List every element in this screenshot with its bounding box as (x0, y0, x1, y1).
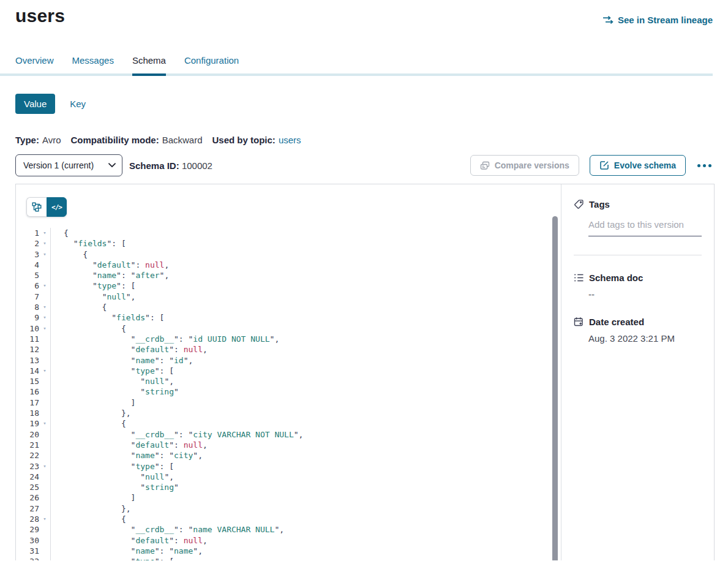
line-number: 31 (16, 546, 39, 556)
schema-meta-row: Type:Avro Compatibility mode:Backward Us… (15, 135, 728, 145)
line-number: 21 (16, 440, 39, 450)
tree-view-icon (32, 202, 42, 212)
code-text: { (51, 249, 88, 260)
date-created-heading: Date created (589, 317, 644, 327)
code-line: 29 "__crdb__": "name VARCHAR NULL", (16, 524, 561, 535)
code-text: "type": [ (51, 366, 174, 376)
fold-toggle-icon[interactable]: ▾ (39, 556, 51, 560)
page-header: users See in Stream lineage (0, 5, 728, 27)
fold-toggle-icon[interactable]: ▾ (39, 228, 51, 238)
list-icon (574, 273, 584, 282)
compare-versions-button: Compare versions (470, 155, 579, 176)
code-text: ] (51, 492, 135, 503)
date-created-section: Date created Aug. 3 2022 3:21 PM (574, 317, 702, 344)
line-number: 8 (16, 302, 39, 312)
code-line: 8▾ { (16, 302, 561, 312)
fold-toggle-icon[interactable]: ▾ (39, 461, 51, 472)
line-number: 4 (16, 260, 39, 270)
line-number: 16 (16, 386, 39, 397)
line-number: 27 (16, 503, 39, 514)
key-button[interactable]: Key (70, 99, 86, 109)
fold-toggle-icon[interactable]: ▾ (39, 238, 51, 249)
schema-id: Schema ID: 100002 (129, 160, 212, 171)
version-select-wrap: Version 1 (current) (15, 154, 122, 176)
code-line: 5 "name": "after", (16, 270, 561, 280)
fold-toggle-icon[interactable]: ▾ (39, 312, 51, 323)
fold-gutter (39, 260, 51, 270)
version-select[interactable]: Version 1 (current) (15, 154, 122, 176)
date-created-value: Aug. 3 2022 3:21 PM (588, 333, 702, 344)
see-in-stream-lineage-link[interactable]: See in Stream lineage (602, 15, 713, 25)
tag-icon (574, 199, 584, 209)
code-line: 1▾{ (16, 228, 561, 238)
code-view-button[interactable]: </> (47, 197, 67, 217)
line-number: 10 (16, 323, 39, 334)
code-line: 27 }, (16, 503, 561, 514)
tree-view-button[interactable] (26, 197, 47, 217)
code-text: "null", (51, 376, 174, 386)
fold-toggle-icon[interactable]: ▾ (39, 514, 51, 524)
code-text: "null", (51, 472, 174, 482)
fold-gutter (39, 440, 51, 450)
code-text: "__crdb__": "id UUID NOT NULL", (51, 334, 279, 344)
code-text: "name": "after", (51, 270, 169, 280)
fold-gutter (39, 492, 51, 503)
code-line: 32▾ "type": [ (16, 556, 561, 560)
line-number: 19 (16, 418, 39, 429)
schema-actions: Compare versions Evolve schema (470, 155, 713, 176)
tab-configuration[interactable]: Configuration (184, 55, 239, 73)
code-view-icon: </> (51, 203, 62, 211)
code-text: { (51, 228, 69, 238)
code-text: }, (51, 408, 131, 418)
code-line: 24 "null", (16, 472, 561, 482)
code-line: 30 "default": null, (16, 535, 561, 546)
fold-toggle-icon[interactable]: ▾ (39, 302, 51, 312)
fold-toggle-icon[interactable]: ▾ (39, 418, 51, 429)
code-text: "__crdb__": "city VARCHAR NOT NULL", (51, 429, 303, 440)
tab-overview[interactable]: Overview (15, 55, 54, 73)
code-line: 2▾ "fields": [ (16, 238, 561, 249)
code-text: "type": [ (51, 280, 135, 291)
code-line: 22 "name": "city", (16, 450, 561, 461)
value-button[interactable]: Value (15, 94, 55, 114)
code-text: "default": null, (51, 260, 169, 270)
code-editor: 1▾{2▾ "fields": [3▾ {4 "default": null,5… (16, 228, 561, 560)
evolve-schema-button[interactable]: Evolve schema (590, 155, 686, 176)
fold-gutter (39, 482, 51, 492)
code-line: 13 "name": "id", (16, 355, 561, 366)
fold-gutter (39, 450, 51, 461)
line-number: 6 (16, 280, 39, 291)
tab-bar: Overview Messages Schema Configuration (0, 55, 713, 76)
code-text: "string" (51, 386, 179, 397)
line-number: 17 (16, 397, 39, 408)
add-tags-input[interactable] (588, 218, 702, 236)
code-line: 16 "string" (16, 386, 561, 397)
line-number: 23 (16, 461, 39, 472)
sidebar-divider (574, 255, 702, 255)
code-text: { (51, 323, 126, 334)
fold-gutter (39, 397, 51, 408)
compatibility-mode: Compatibility mode:Backward (70, 135, 202, 145)
code-text: { (51, 302, 107, 312)
code-text: "__crdb__": "name VARCHAR NULL", (51, 524, 284, 535)
value-key-toggle: Value Key (15, 94, 728, 114)
fold-gutter (39, 292, 51, 302)
fold-toggle-icon[interactable]: ▾ (39, 323, 51, 334)
tab-schema[interactable]: Schema (132, 55, 166, 76)
fold-gutter (39, 334, 51, 344)
code-line: 12 "default": null, (16, 344, 561, 355)
vertical-scrollbar-thumb[interactable] (552, 216, 558, 560)
fold-toggle-icon[interactable]: ▾ (39, 366, 51, 376)
fold-toggle-icon[interactable]: ▾ (39, 249, 51, 260)
schema-doc-section: Schema doc -- (574, 273, 702, 299)
more-options-button[interactable] (696, 162, 713, 170)
topic-link[interactable]: users (279, 135, 301, 145)
code-line: 20 "__crdb__": "city VARCHAR NOT NULL", (16, 429, 561, 440)
tab-messages[interactable]: Messages (72, 55, 114, 73)
line-number: 5 (16, 270, 39, 280)
line-number: 22 (16, 450, 39, 461)
code-text: "name": "id", (51, 355, 193, 366)
code-text: }, (51, 503, 131, 514)
code-line: 28▾ { (16, 514, 561, 524)
fold-toggle-icon[interactable]: ▾ (39, 280, 51, 291)
